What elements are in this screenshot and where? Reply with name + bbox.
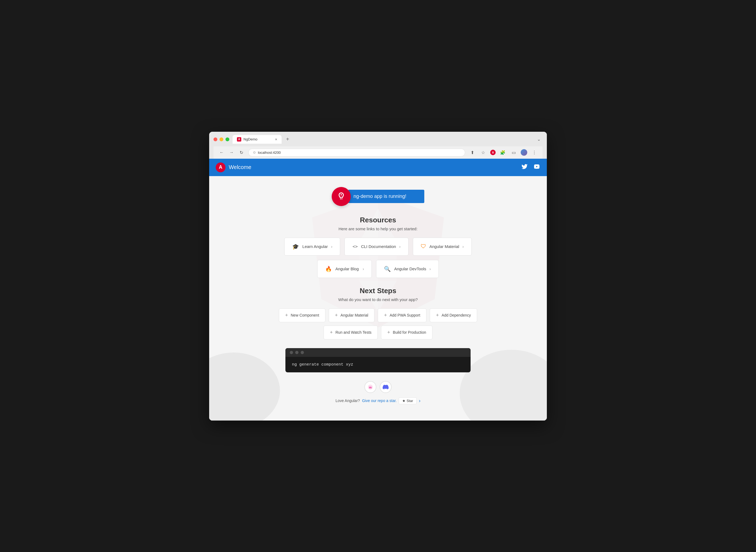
sidebar-button[interactable]: ▭ <box>510 149 517 156</box>
svg-point-6 <box>341 194 342 195</box>
navbar-icons <box>521 163 540 171</box>
cli-docs-label: CLI Documentation <box>361 244 396 249</box>
maximize-button[interactable] <box>226 137 229 141</box>
page-main: ng-demo app is running! Resources Here a… <box>209 176 547 421</box>
browser-actions: ⬆ ☆ A 🧩 ▭ ⋮ <box>469 149 538 156</box>
run-tests-card[interactable]: + Run and Watch Tests <box>324 325 378 339</box>
window-controls <box>214 137 229 141</box>
discord-icon-button[interactable] <box>380 381 392 393</box>
back-icon: ← <box>220 150 224 155</box>
app-navbar: A Welcome <box>209 159 547 176</box>
build-production-card[interactable]: + Build for Production <box>381 325 432 339</box>
youtube-icon[interactable] <box>533 163 540 171</box>
new-tab-button[interactable]: + <box>284 136 291 143</box>
sidebar-icon: ▭ <box>512 150 516 155</box>
tab-favicon: A <box>237 137 241 142</box>
angular-blog-icon: 🔥 <box>325 266 332 272</box>
running-text: ng-demo app is running! <box>348 190 424 203</box>
angular-material-icon: 🛡 <box>421 243 426 250</box>
rocket-icon <box>332 187 351 206</box>
cli-docs-card[interactable]: <> CLI Documentation › <box>345 238 408 256</box>
star-button[interactable]: ★ Star <box>399 397 416 404</box>
angular-devtools-chevron: › <box>429 267 431 271</box>
close-button[interactable] <box>214 137 217 141</box>
profile-avatar[interactable] <box>521 149 527 156</box>
resources-section: Resources Here are some links to help yo… <box>274 216 482 278</box>
add-dependency-card[interactable]: + Add Dependency <box>430 308 477 322</box>
add-dependency-label: Add Dependency <box>442 313 471 317</box>
terminal-dot-1 <box>290 351 293 354</box>
new-component-card[interactable]: + New Component <box>279 308 326 322</box>
learn-angular-chevron: › <box>331 245 333 249</box>
chrome-menu-button[interactable]: ⋮ <box>530 149 538 156</box>
cli-docs-chevron: › <box>399 245 401 249</box>
build-plus-icon: + <box>387 329 390 335</box>
resources-subtitle: Here are some links to help you get star… <box>274 227 482 231</box>
learn-angular-card[interactable]: 🎓 Learn Angular › <box>284 238 340 256</box>
add-angular-material-card[interactable]: + Angular Material <box>329 308 374 322</box>
back-button[interactable]: ← <box>218 149 226 156</box>
navbar-brand: A Welcome <box>216 162 251 172</box>
twitter-icon[interactable] <box>521 163 528 171</box>
share-button[interactable]: ⬆ <box>469 149 476 156</box>
terminal-body: ng generate component xyz <box>285 357 471 372</box>
address-bar[interactable]: ⊙ localhost:4200 <box>248 149 465 156</box>
repo-star-link[interactable]: Give our repo a star. <box>362 399 397 403</box>
star-icon: ☆ <box>481 150 485 155</box>
run-tests-plus-icon: + <box>330 329 333 335</box>
footer-icons: m <box>364 381 392 393</box>
address-text: localhost:4200 <box>258 150 281 155</box>
title-bar: A NgDemo × + ⌄ <box>214 135 542 144</box>
angular-blog-card[interactable]: 🔥 Angular Blog › <box>317 260 372 278</box>
reload-icon: ↻ <box>240 150 243 155</box>
angular-devtools-label: Angular DevTools <box>394 266 426 271</box>
love-text: Love Angular? <box>336 399 360 403</box>
angular-material-plus-icon: + <box>335 312 338 318</box>
angular-blog-chevron: › <box>363 267 364 271</box>
resource-cards-row-2: 🔥 Angular Blog › 🔍 Angular DevTools › <box>274 260 482 278</box>
terminal-dot-3 <box>301 351 304 354</box>
browser-chrome: A NgDemo × + ⌄ ← → <box>209 132 547 159</box>
add-pwa-card[interactable]: + Add PWA Support <box>378 308 426 322</box>
tab-title: NgDemo <box>243 137 257 141</box>
resources-title: Resources <box>274 216 482 224</box>
next-steps-subtitle: What do you want to do next with your ap… <box>274 297 482 302</box>
page-footer: m Love Angular? Give our repo a star. ★ … <box>215 381 541 404</box>
next-steps-row-2: + Run and Watch Tests + Build for Produc… <box>274 325 482 339</box>
menu-dots-icon: ⋮ <box>532 150 536 155</box>
puzzle-icon: 🧩 <box>500 150 505 155</box>
terminal: ng generate component xyz <box>285 348 471 372</box>
angular-extension-icon[interactable]: A <box>490 150 496 155</box>
minimize-button[interactable] <box>220 137 223 141</box>
add-pwa-label: Add PWA Support <box>390 313 420 317</box>
bookmark-button[interactable]: ☆ <box>479 149 487 156</box>
next-steps-section: Next Steps What do you want to do next w… <box>274 287 482 339</box>
angular-devtools-icon: 🔍 <box>384 266 391 272</box>
resource-cards-row-1: 🎓 Learn Angular › <> CLI Documentation ›… <box>274 238 482 256</box>
new-component-label: New Component <box>291 313 319 317</box>
terminal-command: ng generate component xyz <box>292 362 353 367</box>
angular-material-card[interactable]: 🛡 Angular Material › <box>413 238 472 256</box>
reload-button[interactable]: ↻ <box>238 149 245 156</box>
angular-material-chevron: › <box>463 245 464 249</box>
next-steps-row-1: + New Component + Angular Material + Add… <box>274 308 482 322</box>
browser-menu-button[interactable]: ⌄ <box>535 136 542 143</box>
footer-chevron-button[interactable]: › <box>419 398 420 404</box>
tab-bar: A NgDemo × + <box>233 135 535 144</box>
angular-blog-label: Angular Blog <box>335 266 359 271</box>
forward-button[interactable]: → <box>228 149 235 156</box>
next-steps-title: Next Steps <box>274 287 482 295</box>
pwa-plus-icon: + <box>384 312 387 318</box>
share-icon: ⬆ <box>471 150 474 155</box>
dependency-plus-icon: + <box>436 312 439 318</box>
angular-devtools-card[interactable]: 🔍 Angular DevTools › <box>376 260 438 278</box>
terminal-header <box>285 348 471 357</box>
terminal-dot-2 <box>295 351 298 354</box>
navbar-title: Welcome <box>229 164 251 170</box>
tab-close-button[interactable]: × <box>275 137 277 142</box>
meetup-icon-button[interactable]: m <box>364 381 376 393</box>
active-tab[interactable]: A NgDemo × <box>233 135 282 144</box>
build-production-label: Build for Production <box>393 330 426 334</box>
extensions-button[interactable]: 🧩 <box>499 149 507 156</box>
nav-buttons: ← → ↻ <box>218 149 245 156</box>
